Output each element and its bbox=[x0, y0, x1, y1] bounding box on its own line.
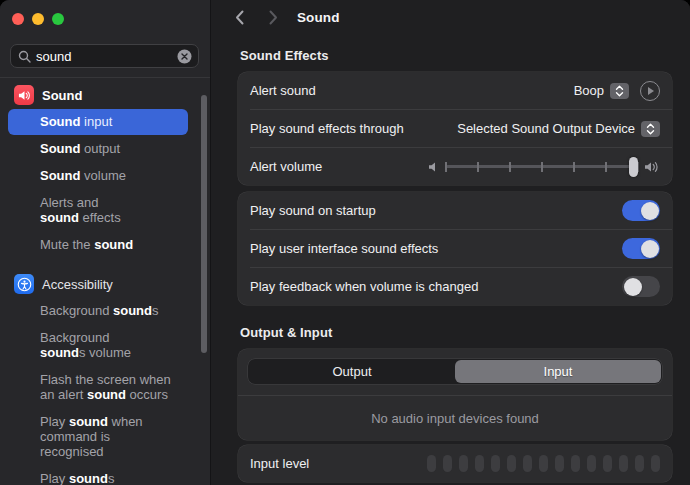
content: Sound Effects Alert sound Boop bbox=[211, 34, 690, 482]
toggle-label: Play user interface sound effects bbox=[250, 241, 438, 256]
meter-segment bbox=[443, 455, 452, 472]
minimize-button[interactable] bbox=[32, 13, 44, 25]
alert-sound-popup[interactable]: Boop bbox=[574, 83, 629, 99]
toggle-row: Play feedback when volume is changed bbox=[238, 268, 672, 305]
meter-segment bbox=[619, 455, 628, 472]
stepper-icon bbox=[610, 83, 629, 99]
stepper-icon bbox=[641, 121, 660, 137]
play-through-value: Selected Sound Output Device bbox=[457, 121, 635, 136]
search-input[interactable] bbox=[36, 49, 172, 64]
alert-volume-slider[interactable] bbox=[446, 157, 638, 177]
toggle-knob bbox=[641, 240, 659, 258]
sidebar-header-label: Accessibility bbox=[42, 277, 113, 292]
toggle-label: Play feedback when volume is changed bbox=[250, 279, 478, 294]
toggle-switch[interactable] bbox=[622, 238, 660, 259]
meter-segment bbox=[507, 455, 516, 472]
sidebar-item[interactable]: Play sounds bbox=[8, 466, 188, 485]
meter-segment bbox=[459, 455, 468, 472]
alert-sound-row: Alert sound Boop bbox=[238, 72, 672, 109]
toggle-knob bbox=[624, 278, 642, 296]
toggle-row: Play sound on startup bbox=[238, 192, 672, 229]
sidebar-item-selected[interactable]: Sound input bbox=[8, 109, 188, 135]
slider-thumb[interactable] bbox=[629, 157, 638, 177]
sidebar-header-sound[interactable]: Sound bbox=[8, 82, 188, 108]
toggle-switch[interactable] bbox=[622, 200, 660, 221]
tab-output[interactable]: Output bbox=[249, 360, 455, 383]
input-level-row: Input level bbox=[238, 445, 672, 482]
alert-volume-control bbox=[428, 157, 660, 177]
alert-sound-label: Alert sound bbox=[250, 83, 316, 98]
sidebar-results: SoundSound inputSound outputSound volume… bbox=[0, 78, 210, 485]
toggle-knob bbox=[641, 202, 659, 220]
meter-segment bbox=[587, 455, 596, 472]
meter-segment bbox=[523, 455, 532, 472]
sidebar-item[interactable]: Background sounds bbox=[8, 298, 188, 324]
sidebar-scrollbar[interactable] bbox=[201, 95, 207, 353]
sound-settings-panel: Sound Sound Effects Alert sound Boop bbox=[211, 0, 690, 485]
sidebar: SoundSound inputSound outputSound volume… bbox=[0, 0, 211, 485]
play-alert-sound-button[interactable] bbox=[640, 81, 660, 101]
sidebar-item[interactable]: Backgroundsounds volume bbox=[8, 325, 188, 366]
slider-tick bbox=[605, 162, 607, 172]
input-level-meter bbox=[427, 455, 660, 472]
meter-segment bbox=[603, 455, 612, 472]
toggle-switch[interactable] bbox=[622, 276, 660, 297]
sidebar-header-label: Sound bbox=[42, 88, 82, 103]
window-controls bbox=[0, 0, 210, 25]
sidebar-item[interactable]: Play sound whencommand isrecognised bbox=[8, 409, 188, 465]
zoom-button[interactable] bbox=[52, 13, 64, 25]
sound-effects-card: Alert sound Boop bbox=[238, 72, 672, 185]
meter-segment bbox=[555, 455, 564, 472]
alert-sound-controls: Boop bbox=[574, 81, 660, 101]
play-through-popup[interactable]: Selected Sound Output Device bbox=[457, 121, 660, 137]
navigation-bar: Sound bbox=[211, 0, 690, 34]
slider-tick bbox=[509, 162, 511, 172]
meter-segment bbox=[635, 455, 644, 472]
toggle-row: Play user interface sound effects bbox=[238, 230, 672, 267]
sound-icon bbox=[14, 85, 34, 105]
slider-tick bbox=[573, 162, 575, 172]
search-icon bbox=[18, 50, 31, 63]
sidebar-item[interactable]: Sound volume bbox=[8, 163, 188, 189]
no-input-devices-message: No audio input devices found bbox=[248, 396, 662, 440]
back-button[interactable] bbox=[227, 5, 251, 29]
toggle-label: Play sound on startup bbox=[250, 203, 376, 218]
sidebar-header-accessibility[interactable]: Accessibility bbox=[8, 271, 188, 297]
meter-segment bbox=[427, 455, 436, 472]
system-settings-window: SoundSound inputSound outputSound volume… bbox=[0, 0, 690, 485]
slider-tick bbox=[477, 162, 479, 172]
meter-segment bbox=[651, 455, 660, 472]
sidebar-item[interactable]: Sound output bbox=[8, 136, 188, 162]
sidebar-item[interactable]: Alerts andsound effects bbox=[8, 190, 188, 231]
tab-input[interactable]: Input bbox=[455, 360, 661, 383]
close-button[interactable] bbox=[12, 13, 24, 25]
slider-tick bbox=[445, 162, 447, 172]
page-title: Sound bbox=[297, 10, 340, 25]
volume-max-icon bbox=[644, 161, 660, 173]
play-icon bbox=[648, 87, 654, 95]
alert-volume-row: Alert volume bbox=[238, 148, 672, 185]
play-through-label: Play sound effects through bbox=[250, 121, 404, 136]
search-area bbox=[0, 25, 210, 78]
alert-sound-value: Boop bbox=[574, 83, 604, 98]
input-level-label: Input level bbox=[250, 456, 309, 471]
search-field[interactable] bbox=[10, 44, 199, 68]
input-level-card: Input level bbox=[238, 445, 672, 482]
volume-min-icon bbox=[428, 161, 440, 173]
meter-segment bbox=[539, 455, 548, 472]
sidebar-item[interactable]: Mute the sound bbox=[8, 232, 188, 258]
forward-button[interactable] bbox=[261, 5, 285, 29]
accessibility-icon bbox=[14, 274, 34, 294]
output-input-card: OutputInput No audio input devices found bbox=[238, 349, 672, 440]
alert-volume-label: Alert volume bbox=[250, 159, 322, 174]
sound-effects-heading: Sound Effects bbox=[240, 48, 672, 63]
sidebar-item[interactable]: Flash the screen whenan alert sound occu… bbox=[8, 367, 188, 408]
output-input-heading: Output & Input bbox=[240, 325, 672, 340]
meter-segment bbox=[571, 455, 580, 472]
slider-tick bbox=[541, 162, 543, 172]
meter-segment bbox=[491, 455, 500, 472]
clear-search-icon[interactable] bbox=[177, 49, 192, 64]
startup-toggles-card: Play sound on startupPlay user interface… bbox=[238, 192, 672, 305]
output-input-segmented: OutputInput bbox=[248, 359, 662, 384]
meter-segment bbox=[475, 455, 484, 472]
